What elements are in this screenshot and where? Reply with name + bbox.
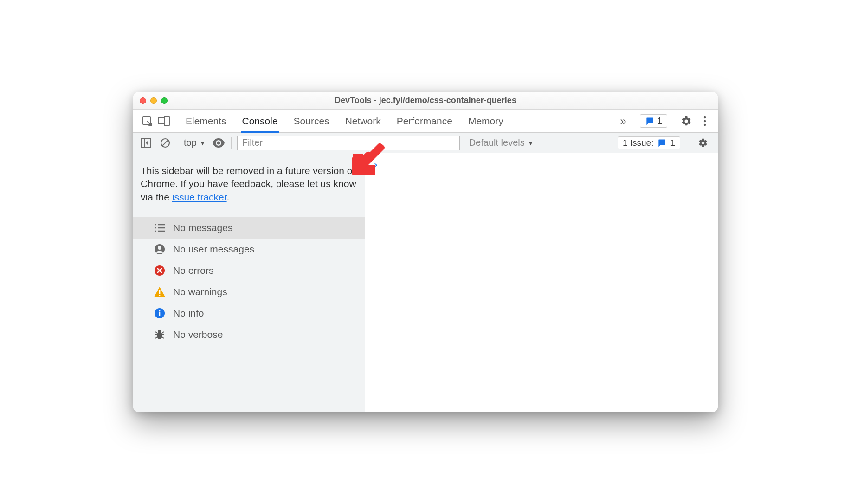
svg-point-25 [158, 330, 161, 334]
chevron-down-icon: ▼ [528, 139, 534, 147]
separator [672, 114, 672, 128]
levels-label: Default levels [469, 137, 525, 148]
traffic-lights [140, 97, 168, 104]
kebab-icon [703, 116, 706, 127]
sidebar-filter-user-messages[interactable]: No user messages [133, 239, 365, 260]
window-title: DevTools - jec.fyi/demo/css-container-qu… [133, 96, 718, 105]
filter-label: No errors [173, 265, 214, 276]
toggle-sidebar-button[interactable] [139, 136, 153, 150]
console-sidebar: This sidebar will be removed in a future… [133, 153, 365, 412]
context-dropdown[interactable]: top ▼ [184, 137, 206, 148]
svg-rect-2 [164, 116, 169, 126]
device-icon [158, 116, 170, 126]
separator [635, 114, 635, 128]
svg-line-28 [155, 332, 157, 333]
tab-performance[interactable]: Performance [397, 110, 452, 132]
console-output[interactable]: › [365, 153, 718, 412]
sidebar-deprecation-notice: This sidebar will be removed in a future… [133, 153, 365, 214]
issue-tracker-link[interactable]: issue tracker [172, 192, 227, 202]
tab-label: Sources [294, 116, 329, 127]
issues-badge[interactable]: 1 Issue: 1 [618, 136, 680, 149]
issues-count: 1 [670, 138, 675, 148]
messages-badge[interactable]: 1 [640, 114, 667, 128]
svg-line-29 [162, 332, 164, 333]
sidebar-filter-list: No messages No user messages No errors [133, 214, 365, 345]
more-tabs-button[interactable]: » [617, 115, 630, 128]
svg-point-4 [704, 120, 706, 122]
sidebar-filter-errors[interactable]: No errors [133, 260, 365, 281]
svg-line-31 [162, 337, 164, 338]
filter-label: No user messages [173, 244, 254, 255]
devtools-window: DevTools - jec.fyi/demo/css-container-qu… [133, 92, 718, 412]
separator [177, 114, 177, 128]
warning-icon [154, 286, 166, 298]
console-toolbar: top ▼ Default levels ▼ 1 Issue: 1 [133, 133, 718, 153]
clear-icon [160, 138, 170, 148]
svg-point-3 [704, 116, 706, 118]
tab-label: Network [345, 116, 381, 127]
tab-elements[interactable]: Elements [186, 110, 226, 132]
issues-label: 1 Issue: [623, 138, 654, 148]
clear-console-button[interactable] [158, 136, 172, 150]
more-options-button[interactable] [696, 116, 714, 127]
tab-network[interactable]: Network [345, 110, 381, 132]
filter-input[interactable] [237, 136, 460, 150]
device-toggle-button[interactable] [155, 113, 172, 129]
filter-label: No messages [173, 222, 232, 233]
titlebar: DevTools - jec.fyi/demo/css-container-qu… [133, 92, 718, 110]
message-icon [645, 116, 654, 126]
separator [231, 137, 232, 149]
svg-point-5 [704, 123, 706, 125]
error-icon [154, 265, 166, 277]
filter-label: No info [173, 308, 204, 319]
list-icon [154, 222, 166, 234]
maximize-window-button[interactable] [161, 97, 168, 104]
tab-label: Console [242, 116, 278, 127]
info-icon [154, 307, 166, 319]
settings-button[interactable] [677, 116, 696, 127]
separator [178, 137, 178, 149]
inspect-icon [142, 116, 153, 127]
message-icon [657, 138, 666, 148]
console-settings-button[interactable] [694, 138, 712, 148]
tab-label: Performance [397, 116, 452, 127]
minimize-window-button[interactable] [150, 97, 157, 104]
inspect-element-button[interactable] [139, 113, 155, 129]
sidebar-filter-verbose[interactable]: No verbose [133, 324, 365, 345]
context-label: top [184, 137, 197, 148]
gear-icon [698, 138, 708, 148]
main-tabbar: Elements Console Sources Network Perform… [133, 110, 718, 133]
gear-icon [681, 116, 692, 127]
levels-dropdown[interactable]: Default levels ▼ [469, 137, 534, 148]
console-prompt: › [373, 159, 379, 170]
content-area: This sidebar will be removed in a future… [133, 153, 718, 412]
svg-rect-22 [159, 312, 161, 316]
separator [686, 137, 686, 149]
sidebar-filter-messages[interactable]: No messages [133, 217, 365, 239]
tabs-list: Elements Console Sources Network Perform… [186, 110, 503, 132]
svg-line-9 [162, 140, 168, 146]
bug-icon [154, 329, 166, 341]
tab-console[interactable]: Console [242, 110, 278, 132]
svg-rect-19 [159, 290, 161, 294]
message-count: 1 [657, 116, 662, 126]
close-window-button[interactable] [140, 97, 146, 104]
svg-point-17 [158, 246, 161, 250]
chevron-down-icon: ▼ [200, 139, 206, 147]
svg-line-30 [155, 337, 157, 338]
tab-sources[interactable]: Sources [294, 110, 329, 132]
overflow-glyph: » [620, 115, 626, 127]
sidebar-filter-warnings[interactable]: No warnings [133, 281, 365, 303]
filter-label: No verbose [173, 329, 223, 340]
live-expression-button[interactable] [212, 136, 226, 150]
eye-icon [213, 138, 225, 148]
filter-label: No warnings [173, 286, 227, 297]
tab-label: Elements [186, 116, 226, 127]
user-icon [154, 243, 166, 255]
deprecation-tail: . [227, 192, 230, 202]
sidebar-toggle-icon [141, 138, 151, 148]
tab-memory[interactable]: Memory [468, 110, 503, 132]
svg-rect-20 [159, 295, 161, 296]
sidebar-filter-info[interactable]: No info [133, 303, 365, 324]
tab-label: Memory [468, 116, 503, 127]
